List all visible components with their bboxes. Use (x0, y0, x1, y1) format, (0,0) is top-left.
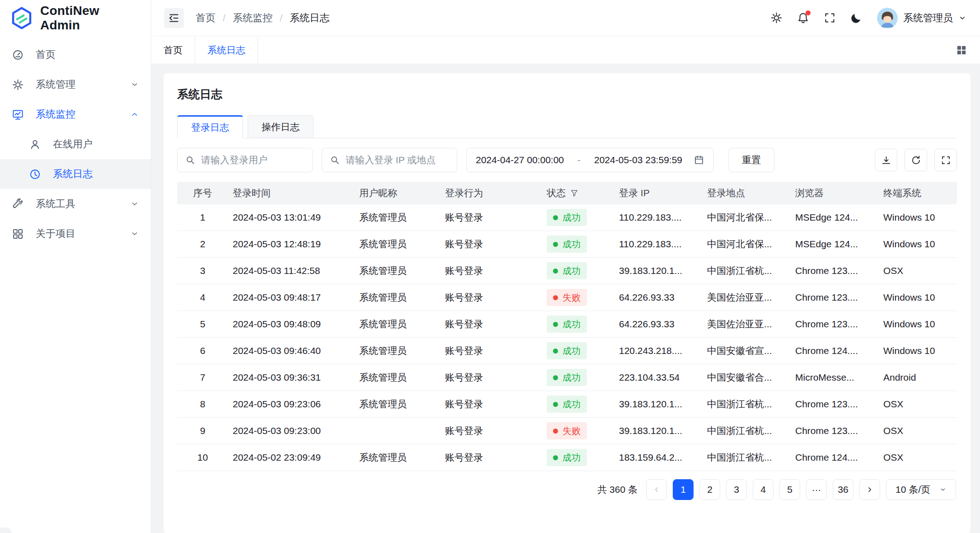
settings-icon[interactable] (770, 12, 783, 24)
sidebar-item-system-management[interactable]: 系统管理 (0, 70, 151, 99)
table-row: 72024-05-03 09:36:31系统管理员账号登录成功223.104.3… (177, 364, 957, 391)
chevron-down-icon (939, 486, 947, 493)
reset-button[interactable]: 重置 (728, 148, 774, 172)
page-size-select[interactable]: 10 条/页 (886, 479, 956, 500)
top-header: 首页 / 系统监控 / 系统日志 (151, 0, 980, 36)
cell-os: Windows 10 (879, 345, 957, 356)
main-column: 首页 / 系统监控 / 系统日志 (151, 0, 980, 533)
cell-ip: 64.226.93.33 (614, 292, 703, 303)
cell-ip: 39.183.120.1... (614, 425, 703, 436)
app-logo[interactable]: ContiNew Admin (0, 0, 151, 36)
cell-behavior: 账号登录 (441, 291, 542, 304)
cell-os: Android (879, 372, 957, 383)
sidebar-collapse-button[interactable] (164, 8, 184, 28)
column-header-behavior: 登录行为 (441, 187, 542, 199)
cell-os: Windows 10 (879, 292, 957, 303)
cell-time: 2024-05-03 09:48:09 (228, 319, 355, 330)
search-icon (330, 155, 340, 165)
login-ip-input[interactable] (346, 155, 449, 165)
tabbar-actions (956, 36, 980, 64)
cell-ip: 183.159.64.2... (614, 452, 703, 463)
layout-grid-icon[interactable] (956, 44, 967, 56)
table-row: 12024-05-03 13:01:49系统管理员账号登录成功110.229.1… (177, 204, 957, 231)
cell-os: OSX (879, 452, 957, 463)
tab-login-logs[interactable]: 登录日志 (177, 115, 243, 138)
log-type-tabs: 登录日志 操作日志 (177, 115, 957, 138)
cell-location: 中国浙江省杭... (703, 264, 791, 277)
user-name: 系统管理员 (903, 11, 953, 25)
cell-nickname: 系统管理员 (355, 264, 441, 277)
sidebar-item-system-tools[interactable]: 系统工具 (0, 189, 151, 219)
page-button-36[interactable]: 36 (833, 479, 853, 500)
status-filter-icon[interactable] (570, 189, 578, 197)
breadcrumb-system-monitor[interactable]: 系统监控 (233, 11, 272, 25)
calendar-icon (694, 155, 704, 165)
sidebar-item-about-project[interactable]: 关于项目 (0, 219, 151, 249)
gear-icon (12, 79, 24, 91)
notification-bell-icon[interactable] (797, 12, 809, 24)
sidebar-item-label: 系统管理 (36, 78, 130, 91)
login-user-input[interactable] (201, 155, 305, 165)
view-tabs-bar: 首页 系统日志 (151, 36, 980, 64)
cell-behavior: 账号登录 (441, 318, 542, 330)
next-page-button[interactable] (859, 479, 880, 500)
table-row: 22024-05-03 12:48:19系统管理员账号登录成功110.229.1… (177, 231, 957, 258)
status-badge: 成功 (547, 342, 587, 359)
page-button-1[interactable]: 1 (673, 479, 694, 500)
cell-time: 2024-05-03 13:01:49 (228, 212, 355, 223)
user-menu[interactable]: 系统管理员 (877, 8, 966, 28)
sidebar-item-label: 在线用户 (53, 137, 139, 151)
view-tab-home[interactable]: 首页 (151, 36, 195, 64)
chevron-left-icon (652, 486, 661, 494)
cell-os: OSX (879, 425, 957, 436)
dark-mode-moon-icon[interactable] (850, 12, 863, 24)
login-ip-search[interactable] (322, 148, 457, 172)
page-buttons: 12345···36 (673, 479, 853, 500)
page-size-value: 10 条/页 (896, 483, 930, 496)
notification-badge-dot (806, 10, 811, 15)
view-tab-system-logs[interactable]: 系统日志 (195, 36, 258, 64)
apps-icon (12, 228, 24, 240)
cell-status: 成功 (542, 236, 614, 253)
cell-time: 2024-05-03 09:48:17 (228, 292, 355, 303)
page-button-3[interactable]: 3 (726, 479, 747, 500)
table-fullscreen-button[interactable] (934, 149, 957, 171)
page-ellipsis-button[interactable]: ··· (806, 479, 827, 500)
status-dot (553, 429, 558, 434)
date-end-value: 2024-05-03 23:59:59 (594, 155, 682, 165)
page-button-2[interactable]: 2 (699, 479, 720, 500)
status-dot (553, 215, 558, 220)
prev-page-button[interactable] (646, 479, 667, 500)
login-user-search[interactable] (177, 148, 313, 172)
fullscreen-icon[interactable] (824, 12, 836, 24)
sidebar-item-home[interactable]: 首页 (0, 40, 151, 70)
cell-behavior: 账号登录 (441, 425, 542, 437)
sidebar-item-system-monitor[interactable]: 系统监控 (0, 99, 151, 129)
cell-index: 3 (177, 265, 228, 276)
breadcrumb-current: 系统日志 (290, 11, 329, 25)
wrench-icon (12, 198, 24, 210)
page-button-5[interactable]: 5 (779, 479, 800, 500)
column-header-os: 终端系统 (879, 187, 957, 199)
cell-location: 中国浙江省杭... (703, 451, 791, 464)
cell-nickname: 系统管理员 (355, 211, 441, 224)
refresh-button[interactable] (905, 149, 927, 171)
page-button-4[interactable]: 4 (753, 479, 774, 500)
cell-browser: Chrome 124.... (791, 345, 879, 356)
breadcrumb-home[interactable]: 首页 (196, 11, 216, 25)
expand-icon (941, 155, 951, 165)
tab-operation-logs[interactable]: 操作日志 (248, 115, 314, 138)
cell-browser: Chrome 123.... (791, 425, 879, 436)
date-start-value: 2024-04-27 00:00:00 (476, 155, 564, 165)
cell-ip: 39.183.120.1... (614, 399, 703, 410)
page-title: 系统日志 (177, 87, 957, 102)
date-range-picker[interactable]: 2024-04-27 00:00:00 - 2024-05-03 23:59:5… (466, 148, 714, 172)
cell-behavior: 账号登录 (441, 264, 542, 277)
sidebar-item-online-users[interactable]: 在线用户 (0, 129, 151, 159)
cell-location: 中国河北省保... (703, 238, 791, 250)
sidebar-item-system-logs[interactable]: 系统日志 (0, 159, 151, 189)
cell-nickname: 系统管理员 (355, 398, 441, 410)
login-log-table: 序号登录时间用户昵称登录行为状态登录 IP登录地点浏览器终端系统 12024-0… (177, 182, 957, 471)
filter-toolbar: 2024-04-27 00:00:00 - 2024-05-03 23:59:5… (177, 148, 957, 172)
download-button[interactable] (875, 149, 897, 171)
